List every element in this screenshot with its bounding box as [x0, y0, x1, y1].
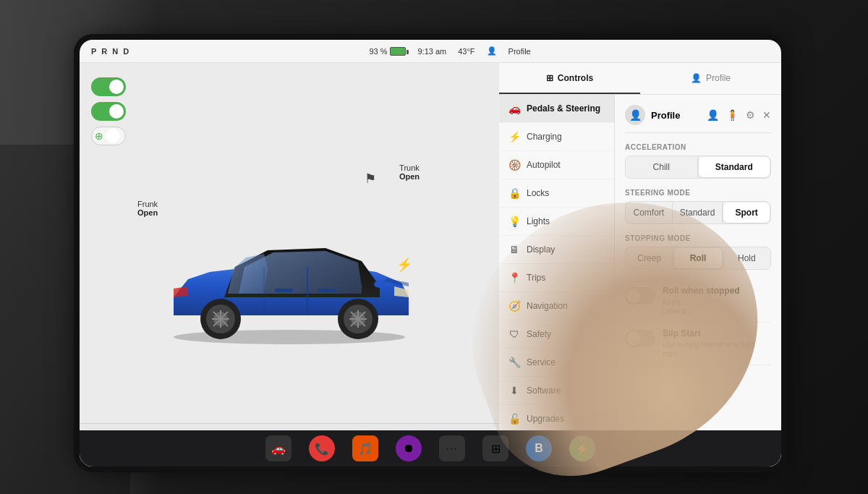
battery-icon — [390, 47, 406, 56]
pedals-label: Pedals & Steering — [527, 103, 600, 114]
svg-rect-4 — [318, 289, 336, 292]
profile-actions[interactable]: 👤 🧍 ⚙ ✕ — [707, 109, 771, 121]
steering-sport[interactable]: Sport — [723, 203, 770, 223]
toggle-1[interactable] — [91, 77, 126, 96]
toggle-2[interactable] — [91, 102, 126, 121]
tab-profile[interactable]: 👤 Profile — [640, 63, 781, 94]
charging-bolt: ⚡ — [396, 257, 412, 273]
battery-bar: 93 % — [369, 47, 406, 56]
frunk-status: Open — [137, 208, 158, 217]
lights-icon: 💡 — [508, 216, 521, 227]
settings-icon[interactable]: ⚙ — [746, 109, 755, 121]
quick-toggles[interactable]: ⊕ — [91, 77, 126, 145]
nav-phone[interactable]: 📞 — [309, 435, 335, 461]
profile-tab-label: Profile — [706, 73, 731, 83]
profile-name: Profile — [651, 110, 680, 121]
menu-item-charging[interactable]: ⚡ Charging — [499, 123, 614, 151]
accel-chill[interactable]: Chill — [626, 156, 698, 178]
trunk-flag-icon: ⚑ — [365, 171, 376, 187]
controls-icon: ⊞ — [546, 73, 553, 83]
top-tabs[interactable]: ⊞ Controls 👤 Profile — [499, 63, 781, 95]
accel-standard[interactable]: Standard — [699, 157, 770, 177]
locks-label: Locks — [527, 188, 549, 198]
menu-item-pedals[interactable]: 🚗 Pedals & Steering — [499, 95, 614, 123]
nav-car[interactable]: 🚗 — [265, 435, 292, 461]
acceleration-section: Acceleration Chill Standard — [625, 143, 771, 179]
status-center: 93 % 9:13 am 43°F 👤 Profile — [369, 46, 530, 56]
svg-point-21 — [374, 281, 386, 288]
nav-music[interactable]: 🎵 — [352, 435, 378, 461]
trunk-title: Trunk — [399, 163, 420, 172]
acceleration-group[interactable]: Chill Standard — [625, 156, 771, 179]
nav-dots[interactable]: ··· — [439, 435, 465, 461]
steering-title: Steering Mode — [625, 189, 771, 197]
trunk-label: Trunk Open — [399, 163, 420, 181]
profile-label: Profile — [509, 47, 531, 56]
person-icon[interactable]: 🧍 — [726, 109, 739, 121]
pedals-icon: 🚗 — [508, 103, 521, 114]
close-settings-icon[interactable]: ✕ — [762, 109, 771, 121]
controls-label: Controls — [558, 73, 593, 83]
nav-media[interactable]: ⏺ — [396, 435, 422, 461]
status-bar: P R N D 93 % 9:13 am 43°F 👤 Profile — [80, 40, 781, 63]
status-left: P R N D — [91, 47, 130, 56]
charging-menu-icon: ⚡ — [508, 131, 521, 142]
svg-rect-3 — [275, 289, 293, 292]
menu-item-autopilot[interactable]: 🛞 Autopilot — [499, 151, 614, 179]
charging-label: Charging — [527, 132, 562, 142]
time-display: 9:13 am — [417, 47, 446, 56]
locks-icon: 🔒 — [508, 187, 521, 199]
autopilot-icon: 🛞 — [508, 159, 521, 171]
left-panel: ⊕ Trunk Open Frunk Open ⚑ ⚡ — [80, 63, 499, 467]
gear-indicator: P R N D — [91, 47, 130, 56]
toggle-charging[interactable]: ⊕ — [91, 127, 126, 145]
profile-header: 👤 Profile 👤 🧍 ⚙ ✕ — [625, 105, 771, 133]
trunk-status: Open — [399, 172, 420, 181]
menu-item-locks[interactable]: 🔒 Locks — [499, 179, 614, 208]
battery-percent: 93 % — [369, 47, 387, 56]
frunk-label: Frunk Open — [137, 200, 158, 217]
autopilot-label: Autopilot — [527, 160, 561, 170]
car-visualization: Trunk Open Frunk Open ⚑ ⚡ — [101, 156, 477, 373]
acceleration-title: Acceleration — [625, 143, 771, 151]
profile-icon: 👤 — [625, 105, 645, 125]
tab-controls[interactable]: ⊞ Controls — [499, 63, 640, 94]
profile-tab-icon: 👤 — [691, 73, 702, 83]
temp-display: 43°F — [458, 47, 475, 56]
frunk-title: Frunk — [137, 200, 158, 208]
car-svg — [152, 203, 427, 348]
add-profile-icon[interactable]: 👤 — [707, 109, 719, 121]
